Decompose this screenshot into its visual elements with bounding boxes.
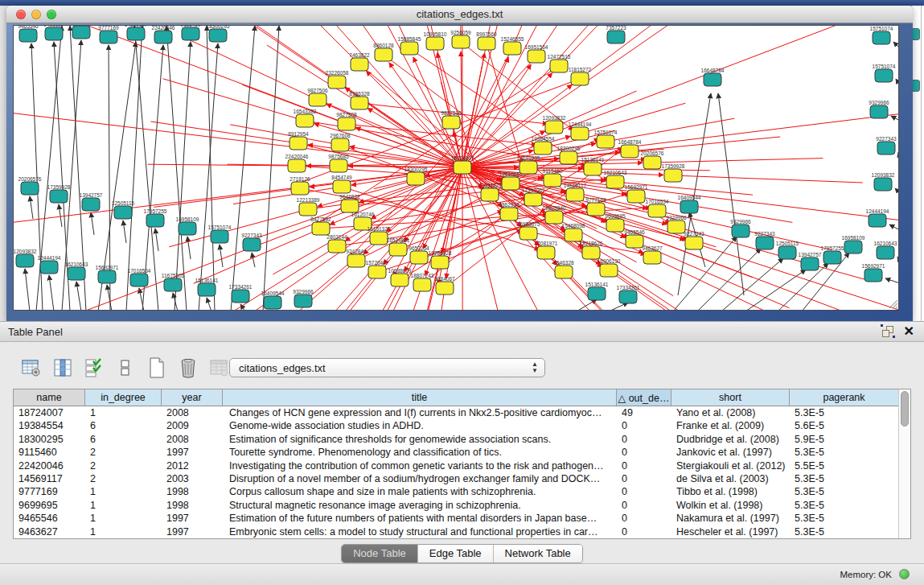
network-node[interactable] [502, 177, 519, 190]
network-node[interactable] [127, 27, 145, 40]
network-node[interactable] [454, 161, 471, 174]
network-node[interactable] [232, 290, 249, 303]
tab-network-table[interactable]: Network Table [494, 545, 582, 562]
network-node[interactable] [588, 287, 606, 300]
network-node[interactable] [209, 29, 227, 42]
network-node[interactable] [413, 278, 431, 291]
network-node[interactable] [571, 127, 589, 140]
import-table-icon[interactable] [209, 357, 230, 378]
network-node[interactable] [873, 31, 890, 44]
network-node[interactable] [756, 237, 774, 249]
network-node[interactable] [100, 31, 117, 43]
network-node[interactable] [481, 188, 499, 201]
network-node[interactable] [211, 230, 228, 243]
table-row[interactable]: 1938455462009Genome-wide association stu… [14, 419, 898, 432]
table-selector-dropdown[interactable]: citations_edges.txt ▲▼ [229, 358, 545, 377]
column-header-out-degree[interactable]: △ out_de… [617, 389, 671, 406]
network-node[interactable] [621, 145, 639, 158]
network-node[interactable] [704, 73, 721, 86]
network-node[interactable] [452, 35, 470, 48]
network-node[interactable] [627, 190, 645, 203]
network-node[interactable] [519, 227, 537, 240]
network-node[interactable] [537, 246, 555, 259]
network-node[interactable] [347, 254, 365, 267]
network-node[interactable] [606, 175, 624, 188]
network-node[interactable] [582, 246, 600, 259]
table-row[interactable]: 1456911722003Disruption of a novel membe… [14, 472, 898, 485]
network-node[interactable] [407, 172, 425, 185]
network-node[interactable] [45, 27, 63, 40]
network-node[interactable] [664, 169, 682, 182]
network-node[interactable] [19, 29, 37, 42]
network-node[interactable] [643, 251, 661, 264]
network-node[interactable] [333, 180, 351, 193]
network-node[interactable] [370, 232, 388, 245]
vertical-scrollbar[interactable] [898, 389, 910, 538]
network-node[interactable] [368, 266, 386, 278]
network-node[interactable] [503, 42, 521, 55]
network-node[interactable] [685, 237, 703, 249]
new-table-icon[interactable] [146, 357, 167, 378]
window-titlebar[interactable]: citations_edges.txt [6, 6, 913, 23]
network-node[interactable] [198, 283, 216, 296]
network-node[interactable] [164, 278, 182, 291]
network-node[interactable] [778, 246, 796, 259]
network-node[interactable] [351, 58, 368, 71]
network-node[interactable] [328, 76, 346, 89]
show-columns-icon[interactable] [52, 357, 73, 378]
table-settings-icon[interactable] [21, 357, 42, 378]
network-node[interactable] [264, 296, 281, 309]
network-node[interactable] [331, 138, 349, 151]
network-node[interactable] [290, 137, 307, 150]
network-node[interactable] [312, 222, 330, 235]
network-node[interactable] [16, 254, 34, 267]
network-node[interactable] [550, 60, 568, 72]
network-node[interactable] [291, 182, 309, 195]
network-node[interactable] [877, 246, 894, 259]
network-node[interactable] [146, 214, 164, 227]
network-node[interactable] [410, 251, 428, 264]
network-node[interactable] [431, 256, 449, 269]
tab-node-table[interactable]: Node Table [342, 545, 418, 562]
network-node[interactable] [294, 295, 312, 307]
network-node[interactable] [643, 156, 661, 169]
network-node[interactable] [296, 114, 314, 127]
column-header-pagerank[interactable]: pagerank [790, 389, 898, 406]
network-node[interactable] [436, 282, 454, 295]
network-node[interactable] [130, 274, 148, 286]
network-node[interactable] [68, 267, 85, 280]
network-node[interactable] [341, 200, 359, 212]
network-node[interactable] [874, 178, 892, 191]
table-row[interactable]: 969969511998Structural magnetic resonanc… [14, 499, 898, 512]
delete-table-icon[interactable] [178, 357, 199, 378]
network-node[interactable] [426, 37, 444, 50]
network-node[interactable] [869, 214, 886, 227]
network-node[interactable] [519, 161, 537, 174]
network-node[interactable] [528, 50, 545, 63]
network-node[interactable] [338, 117, 355, 130]
network-node[interactable] [299, 203, 317, 216]
network-node[interactable] [50, 190, 68, 203]
network-node[interactable] [309, 93, 326, 106]
network-node[interactable] [544, 174, 561, 187]
network-node[interactable] [72, 26, 90, 39]
row-format-icon[interactable] [115, 357, 136, 378]
network-node[interactable] [82, 198, 100, 211]
table-row[interactable]: 1830029562008Estimation of significance … [14, 433, 898, 446]
network-node[interactable] [500, 208, 518, 220]
column-header-title[interactable]: title [223, 389, 617, 406]
network-node[interactable] [667, 220, 685, 233]
network-node[interactable] [566, 188, 584, 201]
network-node[interactable] [626, 235, 643, 248]
network-node[interactable] [545, 211, 563, 224]
column-header-short[interactable]: short [671, 389, 790, 406]
network-node[interactable] [21, 182, 39, 195]
column-header-name[interactable]: name [14, 389, 85, 406]
network-node[interactable] [732, 225, 749, 237]
network-node[interactable] [524, 193, 542, 206]
network-node[interactable] [844, 241, 862, 253]
network-node[interactable] [619, 290, 637, 303]
network-node[interactable] [351, 97, 368, 109]
network-node[interactable] [179, 222, 196, 235]
network-node[interactable] [877, 142, 895, 154]
